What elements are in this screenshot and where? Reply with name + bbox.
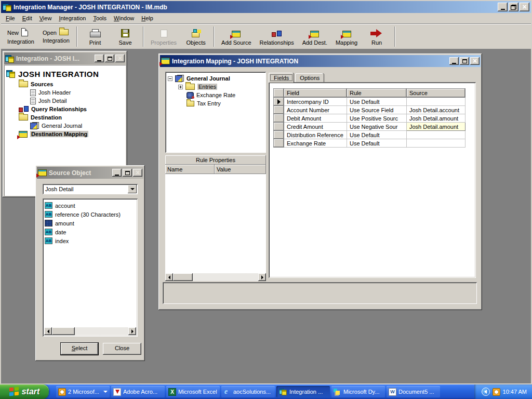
grid-row[interactable]: Credit Amount Use Negative Sour Josh Det… <box>274 123 466 131</box>
select-button[interactable]: Select <box>61 343 98 355</box>
scroll-right-button[interactable] <box>128 327 136 335</box>
tree-node-sources[interactable]: Sources <box>6 80 126 88</box>
grid-col-field[interactable]: Field <box>284 89 347 98</box>
close-button[interactable] <box>133 169 142 177</box>
tree-node-josh-detail[interactable]: Josh Detail <box>6 97 126 105</box>
tree-node-root[interactable]: JOSH INTEGRATION <box>6 68 126 80</box>
cell-field[interactable]: Credit Amount <box>284 123 347 131</box>
menu-tools[interactable]: Tools <box>89 14 110 22</box>
tree-node-entries[interactable]: Entries <box>168 83 266 91</box>
rule-properties-value-header[interactable]: Value <box>215 165 266 174</box>
close-button[interactable] <box>520 3 529 11</box>
tree-node-query-relationships[interactable]: Query Relationships <box>6 105 126 113</box>
tab-options[interactable]: Options <box>295 73 324 83</box>
combobox-dropdown-button[interactable] <box>128 185 137 193</box>
list-item-date[interactable]: AB date <box>45 228 136 236</box>
cell-rule[interactable]: Use Source Field <box>347 106 407 114</box>
cell-source-selected[interactable]: Josh Detail.amount <box>407 123 466 131</box>
cell-source[interactable]: Josh Detail.amount <box>407 114 466 123</box>
list-item-amount[interactable]: amount <box>45 219 136 228</box>
scroll-track[interactable] <box>193 273 258 281</box>
task-document5[interactable]: Document5 ... <box>387 386 440 397</box>
mapping-button[interactable]: Mapping <box>331 25 362 48</box>
list-hscrollbar[interactable] <box>44 327 136 335</box>
grid-row[interactable]: Debit Amount Use Positive Sourc Josh Det… <box>274 114 466 123</box>
grid-row[interactable]: Account Number Use Source Field Josh Det… <box>274 106 466 114</box>
cell-source[interactable] <box>407 139 466 148</box>
menu-integration[interactable]: Integration <box>55 14 89 22</box>
open-integration-button[interactable]: Open Integration <box>38 25 74 48</box>
cell-rule[interactable]: Use Negative Sour <box>347 123 407 131</box>
menu-help[interactable]: Help <box>138 14 157 22</box>
new-integration-button[interactable]: New Integration <box>3 25 38 48</box>
tab-fields[interactable]: Fields <box>269 73 294 83</box>
cell-rule[interactable]: Use Default <box>347 98 407 106</box>
restore-button[interactable] <box>509 3 518 11</box>
task-microsoft-excel[interactable]: Microsoft Excel <box>166 386 220 397</box>
scroll-thumb[interactable] <box>173 273 193 281</box>
cell-field[interactable]: Exchange Rate <box>284 139 347 148</box>
cell-field[interactable]: Debit Amount <box>284 114 347 123</box>
minimize-button[interactable] <box>95 55 104 62</box>
maximize-button[interactable] <box>123 169 132 177</box>
tree-node-josh-header[interactable]: Josh Header <box>6 88 126 97</box>
task-aocsolutions[interactable]: aocSolutions... <box>221 386 275 397</box>
add-source-button[interactable]: Add Source <box>217 25 255 48</box>
cell-rule[interactable]: Use Default <box>347 139 407 148</box>
close-button[interactable] <box>115 55 125 62</box>
task-integration-manager[interactable]: Integration ... <box>276 386 330 397</box>
rule-properties-name-header[interactable]: Name <box>165 165 215 174</box>
task-microsoft-dynamics[interactable]: Microsoft Dy... <box>331 386 385 397</box>
tree-node-destination[interactable]: Destination <box>6 113 126 122</box>
tree-node-destination-mapping[interactable]: Destination Mapping <box>6 130 126 138</box>
grid-col-source[interactable]: Source <box>407 89 466 98</box>
menu-window[interactable]: Window <box>110 14 138 22</box>
cell-source[interactable]: Josh Detail.account <box>407 106 466 114</box>
save-button[interactable]: Save <box>110 25 140 48</box>
objects-button[interactable]: Objects <box>181 25 211 48</box>
tree-node-exchange-rate[interactable]: Exchange Rate <box>168 91 266 99</box>
menu-view[interactable]: View <box>36 14 56 22</box>
grid-row[interactable]: Intercompany ID Use Default <box>274 98 466 106</box>
scroll-thumb[interactable] <box>52 327 75 335</box>
tree-node-tax-entry[interactable]: Tax Entry <box>168 99 266 108</box>
grid-row[interactable]: Exchange Rate Use Default <box>274 139 466 148</box>
scroll-track[interactable] <box>75 327 128 335</box>
start-button[interactable]: start <box>0 384 49 399</box>
collapse-expander-icon[interactable] <box>168 76 172 81</box>
menu-file[interactable]: File <box>2 14 19 22</box>
cell-rule[interactable]: Use Default <box>347 131 407 139</box>
cell-source[interactable] <box>407 98 466 106</box>
list-item-account[interactable]: AB account <box>45 201 136 210</box>
maximize-button[interactable] <box>460 57 469 65</box>
cell-source[interactable] <box>407 131 466 139</box>
cell-rule[interactable]: Use Positive Sourc <box>347 114 407 123</box>
hide-icons-chevron-button[interactable] <box>482 388 490 396</box>
scroll-right-button[interactable] <box>258 273 266 281</box>
expand-expander-icon[interactable] <box>178 85 183 89</box>
grid-row[interactable]: Distribution Reference Use Default <box>274 131 466 139</box>
minimize-button[interactable] <box>498 3 508 11</box>
rule-properties-hscrollbar[interactable] <box>165 273 266 281</box>
relationships-button[interactable]: Relationships <box>256 25 298 48</box>
cell-field[interactable]: Account Number <box>284 106 347 114</box>
source-object-combobox[interactable]: Josh Detail <box>43 184 138 194</box>
print-button[interactable]: Print <box>80 25 110 48</box>
task-adobe-acrobat[interactable]: Adobe Acro... <box>111 386 165 397</box>
cell-field[interactable]: Distribution Reference <box>284 131 347 139</box>
add-dest-button[interactable]: Add Dest. <box>298 25 331 48</box>
menu-edit[interactable]: Edit <box>19 14 36 22</box>
close-dialog-button[interactable]: Close <box>103 343 141 355</box>
close-button[interactable] <box>470 57 480 65</box>
grid-col-rule[interactable]: Rule <box>347 89 407 98</box>
tree-node-general-journal[interactable]: General Journal <box>6 122 126 130</box>
maximize-button[interactable] <box>105 55 114 62</box>
task-microsoft-group[interactable]: 2 Microsof... <box>56 386 110 397</box>
scroll-left-button[interactable] <box>44 327 52 335</box>
minimize-button[interactable] <box>112 169 122 177</box>
run-button[interactable]: Run <box>362 25 392 48</box>
list-item-index[interactable]: AB index <box>45 236 136 245</box>
scroll-left-button[interactable] <box>165 273 173 281</box>
cell-field[interactable]: Intercompany ID <box>284 98 347 106</box>
list-item-reference[interactable]: AB reference (30 Characters) <box>45 210 136 219</box>
